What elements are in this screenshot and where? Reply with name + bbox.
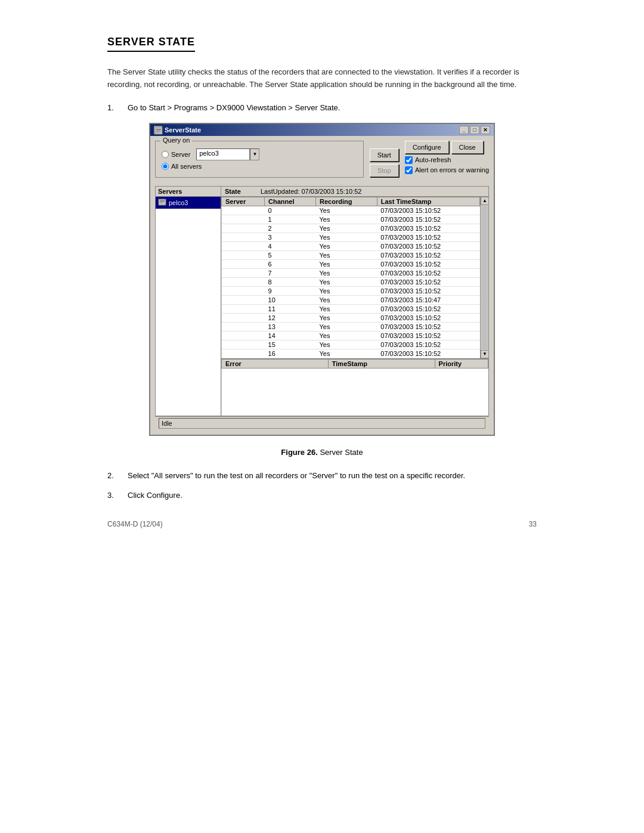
channel-table: Server Channel Recording Last TimeStamp …	[221, 197, 480, 358]
server-list-item[interactable]: pelco3	[156, 197, 221, 209]
server-dropdown-arrow[interactable]: ▼	[250, 148, 259, 160]
channel-number-cell: 2	[265, 224, 316, 233]
configure-button[interactable]: Configure	[405, 141, 449, 154]
channel-timestamp-cell: 07/03/2003 15:10:52	[377, 313, 479, 322]
channel-server-cell	[222, 259, 265, 268]
channel-recording-cell: Yes	[316, 206, 377, 215]
figure-caption: Figure 26. Server State	[107, 448, 537, 457]
scroll-down-button[interactable]: ▼	[481, 350, 489, 358]
channel-row-10: 10Yes07/03/2003 15:10:47	[222, 295, 480, 304]
right-controls: Configure Close Auto-refresh Alert on er…	[405, 141, 489, 182]
vertical-scrollbar[interactable]: ▲ ▼	[480, 197, 488, 358]
dialog-title: ServerState	[165, 126, 201, 134]
channel-row-11: 11Yes07/03/2003 15:10:52	[222, 304, 480, 313]
channel-number-cell: 0	[265, 206, 316, 215]
allservers-radio-label[interactable]: All servers	[162, 163, 202, 170]
query-legend: Query on	[160, 137, 192, 144]
query-groupbox: Query on Server pelco3 ▼	[155, 141, 364, 178]
channel-number-cell: 3	[265, 233, 316, 241]
status-text: Idle	[162, 420, 172, 427]
server-radio-text: Server	[171, 151, 190, 158]
channel-timestamp-cell: 07/03/2003 15:10:52	[377, 268, 479, 277]
channel-recording-cell: Yes	[316, 241, 377, 250]
channel-recording-cell: Yes	[316, 295, 377, 304]
intro-text: The Server State utility checks the stat…	[107, 66, 537, 91]
alert-label[interactable]: Alert on errors or warning	[405, 166, 489, 174]
channel-timestamp-cell: 07/03/2003 15:10:52	[377, 340, 479, 349]
last-updated-display: LastUpdated: 07/03/2003 15:10:52	[257, 187, 488, 196]
scroll-up-button[interactable]: ▲	[481, 197, 489, 205]
channel-number-cell: 10	[265, 295, 316, 304]
channel-row-16: 16Yes07/03/2003 15:10:52	[222, 349, 480, 358]
channel-row-4: 4Yes07/03/2003 15:10:52	[222, 241, 480, 250]
titlebar-controls[interactable]: _ □ ✕	[459, 126, 490, 134]
channel-server-cell	[222, 340, 265, 349]
channel-number-cell: 12	[265, 313, 316, 322]
allservers-radio[interactable]	[162, 163, 169, 170]
scroll-thumb[interactable]	[481, 206, 488, 349]
channel-number-cell: 11	[265, 304, 316, 313]
channel-number-cell: 8	[265, 277, 316, 286]
channel-timestamp-cell: 07/03/2003 15:10:52	[377, 241, 479, 250]
dialog-titlebar: ServerState _ □ ✕	[150, 124, 494, 136]
channel-recording-cell: Yes	[316, 215, 377, 224]
channel-recording-cell: Yes	[316, 277, 377, 286]
channel-number-cell: 1	[265, 215, 316, 224]
channel-row-1: 1Yes07/03/2003 15:10:52	[222, 215, 480, 224]
channel-row-3: 3Yes07/03/2003 15:10:52	[222, 233, 480, 241]
channel-number-cell: 15	[265, 340, 316, 349]
stop-button[interactable]: Stop	[370, 164, 399, 177]
svg-rect-1	[156, 129, 161, 130]
alert-checkbox[interactable]	[405, 166, 413, 174]
channel-number-cell: 13	[265, 322, 316, 331]
channel-server-cell	[222, 268, 265, 277]
channel-timestamp-cell: 07/03/2003 15:10:52	[377, 259, 479, 268]
channel-timestamp-cell: 07/03/2003 15:10:52	[377, 322, 479, 331]
svg-rect-2	[156, 131, 161, 131]
col-channel-header: Channel	[265, 197, 316, 206]
server-dropdown[interactable]: pelco3 ▼	[196, 148, 259, 160]
channel-number-cell: 6	[265, 259, 316, 268]
channel-server-cell	[222, 313, 265, 322]
channel-recording-cell: Yes	[316, 259, 377, 268]
channel-recording-cell: Yes	[316, 250, 377, 259]
channel-timestamp-cell: 07/03/2003 15:10:52	[377, 349, 479, 358]
channel-number-cell: 16	[265, 349, 316, 358]
main-content-area: Servers pelco3	[155, 186, 489, 417]
channel-server-cell	[222, 322, 265, 331]
channel-recording-cell: Yes	[316, 286, 377, 295]
footer-right: 33	[529, 520, 537, 528]
maximize-button[interactable]: □	[470, 126, 479, 134]
error-ts-cell	[328, 368, 435, 416]
figure-label-bold: Figure 26.	[281, 448, 317, 457]
channel-recording-cell: Yes	[316, 331, 377, 340]
server-radio-label[interactable]: Server	[162, 151, 190, 158]
server-radio[interactable]	[162, 151, 169, 158]
auto-refresh-checkbox[interactable]	[405, 156, 413, 164]
channel-server-cell	[222, 250, 265, 259]
data-panel: State LastUpdated: 07/03/2003 15:10:52 S…	[221, 187, 488, 416]
close-button[interactable]: Close	[451, 141, 484, 154]
auto-refresh-label[interactable]: Auto-refresh	[405, 156, 489, 164]
page-title: SERVER STATE	[107, 36, 195, 52]
channel-recording-cell: Yes	[316, 340, 377, 349]
channel-recording-cell: Yes	[316, 313, 377, 322]
channel-row-9: 9Yes07/03/2003 15:10:52	[222, 286, 480, 295]
channel-number-cell: 9	[265, 286, 316, 295]
status-panel: Idle	[159, 418, 485, 429]
close-window-button[interactable]: ✕	[481, 126, 490, 134]
step-3-num: 3.	[107, 491, 122, 500]
server-dropdown-field[interactable]: pelco3	[196, 148, 250, 160]
channel-row-15: 15Yes07/03/2003 15:10:52	[222, 340, 480, 349]
channel-server-cell	[222, 206, 265, 215]
channel-table-body: 0Yes07/03/2003 15:10:521Yes07/03/2003 15…	[222, 206, 480, 358]
auto-refresh-text: Auto-refresh	[415, 156, 451, 163]
channel-row-5: 5Yes07/03/2003 15:10:52	[222, 250, 480, 259]
minimize-button[interactable]: _	[459, 126, 469, 134]
servers-list: pelco3	[156, 197, 221, 416]
start-button[interactable]: Start	[370, 148, 399, 162]
channel-server-cell	[222, 286, 265, 295]
channel-timestamp-cell: 07/03/2003 15:10:52	[377, 304, 479, 313]
servers-panel-header: Servers	[156, 187, 221, 197]
allservers-radio-text: All servers	[171, 163, 202, 170]
